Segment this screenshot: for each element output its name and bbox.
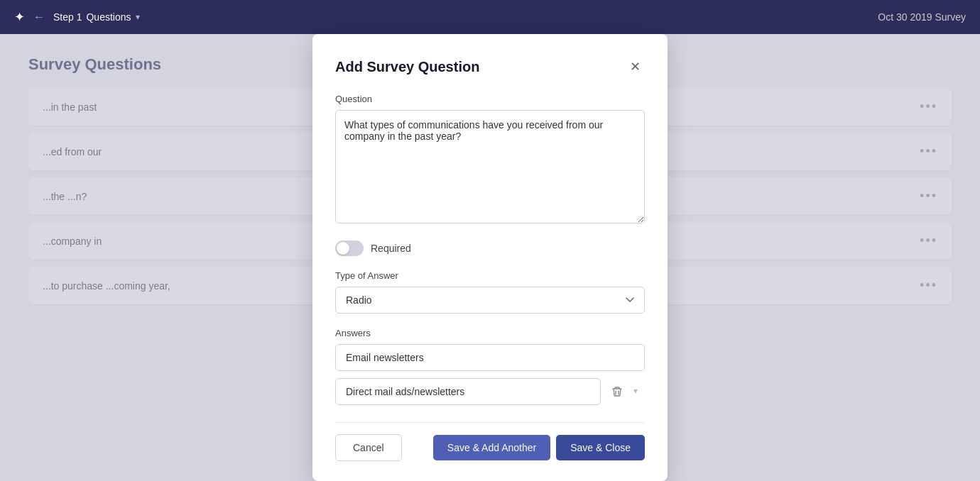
modal-close-button[interactable]: ✕ (625, 57, 645, 77)
back-button[interactable]: ← (33, 11, 45, 23)
delete-answer-2-button[interactable] (606, 381, 628, 402)
trash-icon (611, 386, 623, 397)
required-toggle[interactable] (335, 240, 364, 256)
step-section: Questions (86, 11, 131, 23)
answers-group: Answers ▾ (335, 328, 645, 405)
modal-header: Add Survey Question ✕ (335, 57, 645, 77)
question-group: Question (335, 94, 645, 226)
required-row: Required (335, 240, 645, 256)
add-survey-question-modal: Add Survey Question ✕ Question Required … (312, 34, 668, 481)
step-dropdown-icon[interactable]: ▾ (136, 12, 140, 22)
modal-overlay: Add Survey Question ✕ Question Required … (0, 34, 980, 481)
modal-footer: Cancel Save & Add Another Save & Close (335, 422, 645, 461)
answer-row-2: ▾ (335, 378, 645, 405)
question-textarea[interactable] (335, 110, 645, 223)
save-close-button[interactable]: Save & Close (556, 435, 645, 460)
page-content: Survey Questions ...in the past ••• ...e… (0, 34, 980, 481)
answer-input-2[interactable] (335, 378, 601, 405)
survey-title: Oct 30 2019 Survey (878, 11, 966, 23)
nav-step: Step 1 Questions ▾ (53, 11, 140, 23)
modal-title: Add Survey Question (335, 59, 479, 75)
type-of-answer-label: Type of Answer (335, 270, 645, 281)
question-label: Question (335, 94, 645, 104)
app-logo: ✦ (14, 9, 25, 25)
type-of-answer-group: Type of Answer Radio Checkbox Text Dropd… (335, 270, 645, 314)
answers-label: Answers (335, 328, 645, 338)
save-add-another-button[interactable]: Save & Add Another (433, 435, 550, 460)
toggle-knob (337, 242, 349, 255)
top-nav: ✦ ← Step 1 Questions ▾ Oct 30 2019 Surve… (0, 0, 980, 34)
step-label: Step 1 (53, 11, 82, 23)
required-label: Required (371, 243, 411, 254)
save-button-group: Save & Add Another Save & Close (433, 435, 645, 460)
answer-row-1 (335, 344, 645, 371)
scroll-down-icon: ▾ (633, 386, 645, 397)
answer-input-1[interactable] (335, 344, 645, 371)
cancel-button[interactable]: Cancel (335, 434, 402, 461)
type-of-answer-select[interactable]: Radio Checkbox Text Dropdown (335, 287, 645, 314)
nav-left: ✦ ← Step 1 Questions ▾ (14, 9, 140, 25)
